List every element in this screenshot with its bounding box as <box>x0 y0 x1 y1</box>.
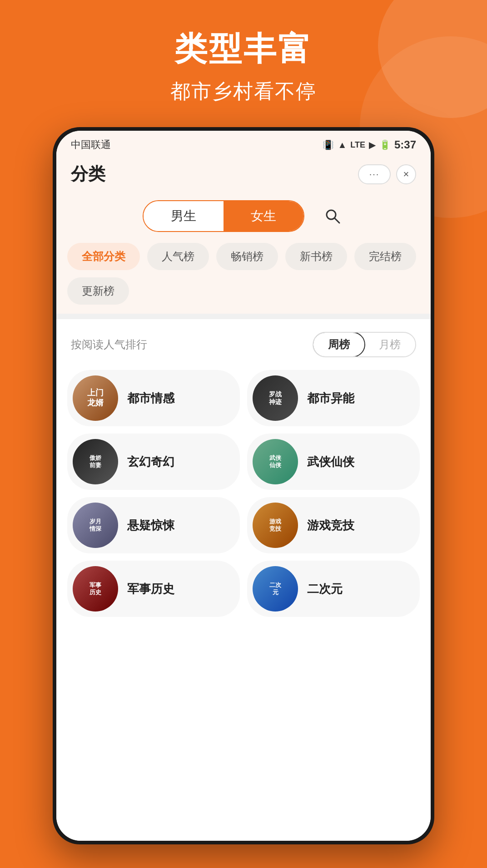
genre-name-2: 都市异能 <box>307 390 354 406</box>
genre-avatar-8: 二次元 <box>253 566 298 612</box>
wifi-icon: ▶ <box>369 139 376 150</box>
genre-card-urban-superpower[interactable]: 罗战神迹 都市异能 <box>247 370 420 426</box>
status-icons: 📳 ▲ LTE ▶ 🔋 5:37 <box>323 138 416 151</box>
status-bar: 中国联通 📳 ▲ LTE ▶ 🔋 5:37 <box>56 131 431 155</box>
genre-avatar-7: 军事历史 <box>73 566 118 612</box>
app-header: 分类 ··· × <box>56 155 431 195</box>
genre-avatar-2: 罗战神迹 <box>253 375 298 421</box>
header-actions: ··· × <box>358 164 416 184</box>
tab-month[interactable]: 月榜 <box>364 333 415 356</box>
genre-avatar-6: 游戏竞技 <box>253 503 298 548</box>
tab-week[interactable]: 周榜 <box>313 332 365 357</box>
genre-card-game[interactable]: 游戏竞技 游戏竞技 <box>247 497 420 553</box>
genre-card-urban-romance[interactable]: 上门龙婿 都市情感 <box>67 370 240 426</box>
ranking-period-tabs: 周榜 月榜 <box>313 332 416 357</box>
avatar-text-3: 傲娇前妻 <box>88 453 103 470</box>
svg-line-1 <box>335 218 339 223</box>
genre-card-mystery[interactable]: 岁月情深 悬疑惊悚 <box>67 497 240 553</box>
genre-card-fantasy[interactable]: 傲娇前妻 玄幻奇幻 <box>67 434 240 490</box>
section-divider <box>56 314 431 319</box>
app-title: 分类 <box>71 163 105 186</box>
battery-icon: 🔋 <box>379 139 391 150</box>
genre-avatar-5: 岁月情深 <box>73 503 118 548</box>
signal-icon: ▲ <box>338 140 347 150</box>
more-button[interactable]: ··· <box>358 164 391 184</box>
chip-bestseller[interactable]: 畅销榜 <box>216 243 278 270</box>
genre-avatar-3: 傲娇前妻 <box>73 439 118 484</box>
avatar-text-4: 武侠仙侠 <box>268 453 283 470</box>
hero-subtitle: 都市乡村看不停 <box>0 78 487 105</box>
genre-avatar-4: 武侠仙侠 <box>253 439 298 484</box>
chip-newbook[interactable]: 新书榜 <box>285 243 347 270</box>
lte-icon: LTE <box>350 140 365 150</box>
ranking-header: 按阅读人气排行 周榜 月榜 <box>56 319 431 366</box>
gender-tabs: 男生 女生 <box>143 200 304 232</box>
chip-all[interactable]: 全部分类 <box>67 243 140 270</box>
content-area: 按阅读人气排行 周榜 月榜 上门龙婿 都市情感 罗战神迹 <box>56 319 431 841</box>
search-button[interactable] <box>321 204 344 228</box>
genre-name-5: 悬疑惊悚 <box>127 518 174 533</box>
genre-name-8: 二次元 <box>307 581 343 597</box>
status-time: 5:37 <box>394 138 416 151</box>
chip-updated[interactable]: 更新榜 <box>67 277 129 305</box>
phone-mockup: 中国联通 📳 ▲ LTE ▶ 🔋 5:37 分类 ··· × 男生 女生 <box>53 127 434 844</box>
chip-popular[interactable]: 人气榜 <box>147 243 209 270</box>
genre-card-military[interactable]: 军事历史 军事历史 <box>67 561 240 617</box>
avatar-text-7: 军事历史 <box>88 580 103 597</box>
avatar-text-8: 二次元 <box>268 580 283 597</box>
tab-female[interactable]: 女生 <box>224 201 303 231</box>
hero-section: 类型丰富 都市乡村看不停 <box>0 27 487 105</box>
tab-switcher: 男生 女生 <box>56 195 431 243</box>
genre-card-wuxia[interactable]: 武侠仙侠 武侠仙侠 <box>247 434 420 490</box>
avatar-text-5: 岁月情深 <box>88 516 103 534</box>
vibrate-icon: 📳 <box>323 139 334 150</box>
genre-name-6: 游戏竞技 <box>307 518 354 533</box>
hero-title: 类型丰富 <box>0 27 487 71</box>
genre-name-3: 玄幻奇幻 <box>127 454 174 470</box>
ranking-label: 按阅读人气排行 <box>71 337 147 352</box>
avatar-text-2: 罗战神迹 <box>267 389 283 408</box>
genre-grid: 上门龙婿 都市情感 罗战神迹 都市异能 傲娇前妻 玄幻奇幻 <box>56 366 431 628</box>
genre-name-4: 武侠仙侠 <box>307 454 354 470</box>
category-chips: 全部分类 人气榜 畅销榜 新书榜 完结榜 更新榜 <box>56 243 431 314</box>
genre-name-7: 军事历史 <box>127 581 174 597</box>
genre-name-1: 都市情感 <box>127 390 174 406</box>
phone-screen: 中国联通 📳 ▲ LTE ▶ 🔋 5:37 分类 ··· × 男生 女生 <box>56 131 431 841</box>
carrier-text: 中国联通 <box>71 138 111 152</box>
avatar-text-6: 游戏竞技 <box>268 516 283 534</box>
genre-card-anime[interactable]: 二次元 二次元 <box>247 561 420 617</box>
close-button[interactable]: × <box>396 164 416 184</box>
tab-male[interactable]: 男生 <box>144 201 224 231</box>
avatar-text-1: 上门龙婿 <box>85 386 105 409</box>
chip-finished[interactable]: 完结榜 <box>354 243 416 270</box>
genre-avatar-1: 上门龙婿 <box>73 375 118 421</box>
